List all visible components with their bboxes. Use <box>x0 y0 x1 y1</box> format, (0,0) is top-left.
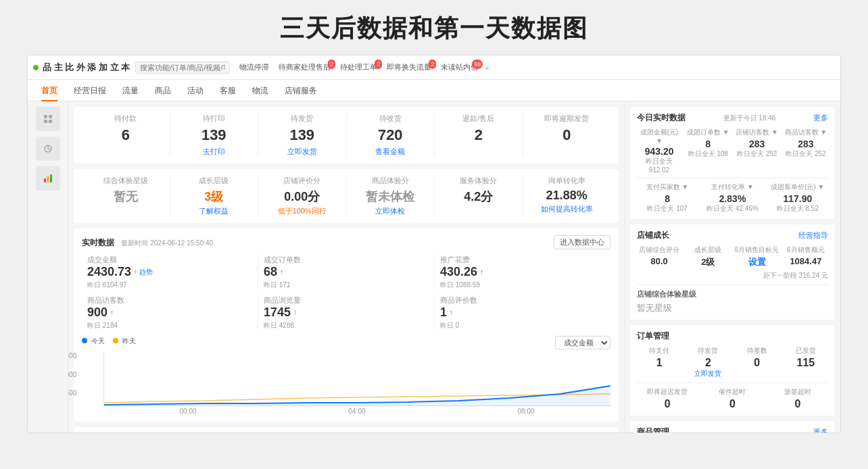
bottom-bar: 【43条】 商品未设置... 立即处理 <box>74 427 619 433</box>
nav-more[interactable]: » <box>485 64 489 72</box>
search-input[interactable] <box>135 61 230 74</box>
sidebar-icon-2[interactable] <box>36 137 60 161</box>
second-nav: 首页 经营日报 流量 商品 活动 客服 物流 店铺服务 <box>28 80 840 101</box>
store-metric-3: 6月销售额元 1084.47 <box>783 245 828 268</box>
legend-dot-today <box>82 338 87 343</box>
order-grid-row1: 待支付 1 待发货 2 立即发货 待签数 0 已发货 115 <box>637 346 828 378</box>
today-data-card: 今日实时数据 更新于今日 18:46 更多 成团金额(元) ▼ 943.20 昨… <box>630 107 835 219</box>
metric-trend-v1[interactable]: ↑ <box>293 309 297 316</box>
nav-item-message[interactable]: 未读站内信 98 <box>437 60 482 74</box>
chart-canvas <box>103 352 610 406</box>
metric-trend-1[interactable]: ↑ <box>280 268 283 276</box>
top-nav: 品 主 比 外 添 加 立 本 物流停滞 待商家处理售后 2 待处理工单 2 即… <box>28 55 840 80</box>
today-item-0: 成团金额(元) ▼ 943.20 昨日全天 912.02 <box>637 128 681 174</box>
tab-store-service[interactable]: 店铺服务 <box>276 80 325 101</box>
store-metric-2: 6月销售目标元 设置 <box>735 245 779 268</box>
nav-item-aftersale[interactable]: 待商家处理售后 2 <box>274 60 335 74</box>
stat-pending-payment: 待付款 6 <box>82 114 170 157</box>
store-growth-title: 店铺成长 <box>637 230 669 241</box>
score-service: 服务体验分 4.2分 <box>435 176 523 216</box>
product-mgmt-more[interactable]: 更多 <box>813 427 828 433</box>
nav-item-ticket[interactable]: 待处理工单 2 <box>336 60 381 74</box>
score-level: 成长层级 3级 了解权益 <box>170 176 259 216</box>
tab-home[interactable]: 首页 <box>33 80 66 101</box>
chart-xaxis: 00:00 04:00 08:00 <box>103 408 610 415</box>
store-experience-label: 店铺综合体验星级 <box>637 289 828 299</box>
metric-trend-v2[interactable]: ↑ <box>450 309 453 316</box>
stat-link-1[interactable]: 去打印 <box>176 147 253 157</box>
chart-select[interactable]: 成交金额 <box>555 336 610 349</box>
score-product: 商品体验分 暂未体检 立即体检 <box>347 176 435 216</box>
stat-link-2[interactable]: 立即发货 <box>264 147 341 157</box>
ticket-badge: 2 <box>375 59 382 69</box>
page-title: 三天后数据和第一天数据图 <box>0 12 868 45</box>
order-item-5: 催件超时 0 <box>702 387 763 410</box>
order-grid-row2: 即将超迟发货 0 催件超时 0 派签超时 0 <box>637 387 828 410</box>
chart-yaxis: 7500 5000 2500 0 <box>68 352 76 415</box>
metric-trend-0[interactable]: ↑ 趋势 <box>134 268 153 277</box>
order-item-4: 即将超迟发货 0 <box>637 387 698 410</box>
stat-link-3[interactable]: 查看金额 <box>352 147 429 157</box>
tab-traffic[interactable]: 流量 <box>114 80 147 101</box>
nav-item-traffic[interactable]: 即将换失流量 2 <box>383 60 435 74</box>
store-growth-note: 距下一阶段 316.24 元 <box>637 271 828 280</box>
realtime-update-time: 最新时间 2024-06-12 15:50:40 <box>121 239 213 247</box>
nav-item-logistics[interactable]: 物流停滞 <box>235 60 273 74</box>
store-metrics-grid: 店铺综合评分 80.0 成长层级 2级 6月销售目标元 设置 6月销售额元 10… <box>637 245 828 268</box>
order-item-1: 待发货 2 立即发货 <box>685 346 730 378</box>
nav-items: 物流停滞 待商家处理售后 2 待处理工单 2 即将换失流量 2 未读站内信 98 <box>235 60 482 74</box>
nav-logo: 品 主 比 外 添 加 立 本 <box>43 61 130 74</box>
message-badge: 98 <box>472 59 483 69</box>
tab-logistics[interactable]: 物流 <box>244 80 276 101</box>
stat-pending-receive: 待收货 720 查看金额 <box>347 114 435 157</box>
today-item-6: 成团客单价(元) ▼ 117.90 昨日全天 8.52 <box>767 182 828 214</box>
sidebar-icon-3[interactable] <box>36 166 60 191</box>
svg-rect-2 <box>44 120 47 123</box>
today-grid-row1: 成团金额(元) ▼ 943.20 昨日全天 912.02 成团订单数 ▼ 8 昨… <box>637 128 828 174</box>
status-dot <box>33 65 39 70</box>
left-sidebar <box>28 101 68 433</box>
score-product-link[interactable]: 立即体检 <box>352 206 429 216</box>
stat-refund: 退款/售后 2 <box>435 114 523 157</box>
svg-rect-1 <box>49 115 52 118</box>
metric-orders: 成交订单数 68 ↑ 昨日 171 <box>258 255 435 290</box>
realtime-metrics-row1: 成交金额 2430.73 ↑ 趋势 昨日 6104.97 成交订单数 68 ↑ <box>82 255 610 290</box>
today-item-1: 成团订单数 ▼ 8 昨日全天 108 <box>685 128 730 174</box>
realtime-datacenter-btn[interactable]: 进入数据中心 <box>554 235 610 249</box>
stats-row: 待付款 6 待打印 139 去打印 待发货 139 立即发货 待收货 720 <box>74 107 619 164</box>
traffic-badge: 2 <box>429 59 436 69</box>
score-conversion-link[interactable]: 如何提高转化率 <box>529 204 606 214</box>
chart-wrapper: 7500 5000 2500 0 <box>82 352 610 415</box>
realtime-header: 实时数据 最新时间 2024-06-12 15:50:40 进入数据中心 <box>82 235 610 249</box>
store-growth-link[interactable]: 经营指导 <box>798 230 828 241</box>
today-item-5: 支付转化率 ▼ 2.83% 昨日全天 42.46% <box>702 182 763 214</box>
realtime-metrics-row2: 商品访客数 900 ↑ 昨日 2184 商品浏览量 1745 ↑ 昨 <box>82 295 610 330</box>
metric-reviews: 商品评价数 1 ↑ 昨日 0 <box>435 295 610 330</box>
stat-overdue: 即将逾期发货 0 <box>523 114 611 157</box>
svg-rect-9 <box>50 174 52 182</box>
order-ship-link[interactable]: 立即发货 <box>685 369 730 378</box>
scores-row: 综合体验星级 暂无 成长层级 3级 了解权益 店铺评价分 0.00分 低于100… <box>74 169 619 223</box>
score-experience: 综合体验星级 暂无 <box>82 176 170 216</box>
realtime-section: 实时数据 最新时间 2024-06-12 15:50:40 进入数据中心 成交金… <box>74 228 619 422</box>
today-grid-row2: 支付买家数 ▼ 8 昨日全天 107 支付转化率 ▼ 2.83% 昨日全天 42… <box>637 182 828 214</box>
metric-trend-2[interactable]: ↑ <box>480 268 483 276</box>
tab-activity[interactable]: 活动 <box>179 80 212 101</box>
tab-product[interactable]: 商品 <box>147 80 179 101</box>
store-target-set[interactable]: 设置 <box>735 256 779 268</box>
metric-trend-v0[interactable]: ↑ <box>110 309 114 316</box>
today-item-3: 商品访客数 ▼ 283 昨日全天 252 <box>783 128 828 174</box>
tab-daily[interactable]: 经营日报 <box>66 80 114 101</box>
chart-legend: 今天 昨天 <box>82 337 136 346</box>
right-panel: 今日实时数据 更新于今日 18:46 更多 成团金额(元) ▼ 943.20 昨… <box>624 101 840 433</box>
tab-service[interactable]: 客服 <box>212 80 244 101</box>
store-growth-card: 店铺成长 经营指导 店铺综合评分 80.0 成长层级 2级 6月销售目标元 设置 <box>630 224 835 320</box>
score-conversion: 询单转化率 21.88% 如何提高转化率 <box>523 176 611 216</box>
today-more-link[interactable]: 更多 <box>813 113 828 123</box>
svg-rect-3 <box>49 120 52 123</box>
sidebar-icon-1[interactable] <box>36 107 60 131</box>
realtime-title: 实时数据 <box>82 238 114 247</box>
main-panel: 待付款 6 待打印 139 去打印 待发货 139 立即发货 待收货 720 <box>68 101 624 433</box>
score-shop-link[interactable]: 低于100%同行 <box>264 206 341 216</box>
score-level-link[interactable]: 了解权益 <box>176 206 253 216</box>
